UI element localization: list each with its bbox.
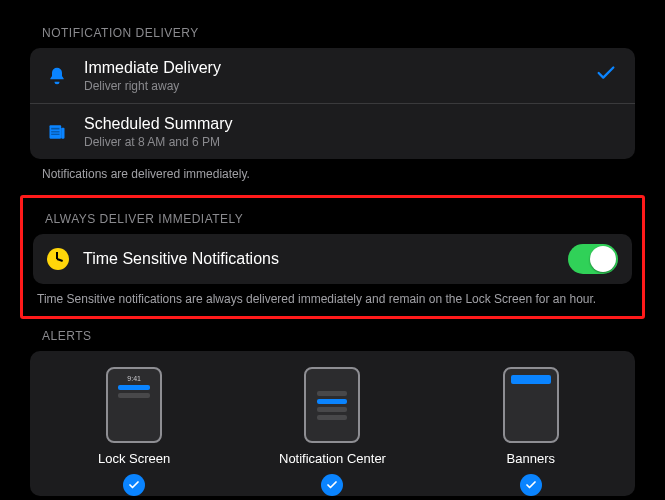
lock-screen-preview-icon: 9:41 — [106, 367, 162, 443]
time-sensitive-toggle[interactable] — [568, 244, 618, 274]
section-header-immediate: ALWAYS DELIVER IMMEDIATELY — [45, 212, 632, 226]
section-header-delivery: NOTIFICATION DELIVERY — [42, 26, 645, 40]
delivery-option-sub: Deliver right away — [84, 79, 581, 93]
alerts-card: 9:41 Lock Screen Notification Center — [30, 351, 635, 496]
highlight-box: ALWAYS DELIVER IMMEDIATELY Time Sensitiv… — [20, 195, 645, 319]
notification-center-preview-icon — [304, 367, 360, 443]
check-circle-icon — [520, 474, 542, 496]
alerts-grid: 9:41 Lock Screen Notification Center — [40, 367, 625, 496]
alert-option-banners[interactable]: Banners — [456, 367, 606, 496]
toggle-knob — [590, 246, 616, 272]
delivery-footnote: Notifications are delivered immediately. — [42, 167, 645, 181]
newspaper-icon — [44, 122, 70, 142]
check-circle-icon — [321, 474, 343, 496]
alert-option-lock-screen[interactable]: 9:41 Lock Screen — [59, 367, 209, 496]
delivery-card: Immediate Delivery Deliver right away Sc… — [30, 48, 635, 159]
svg-rect-3 — [51, 131, 59, 132]
svg-rect-2 — [51, 127, 59, 129]
delivery-option-texts: Immediate Delivery Deliver right away — [84, 58, 581, 93]
delivery-option-scheduled[interactable]: Scheduled Summary Deliver at 8 AM and 6 … — [30, 103, 635, 159]
immediate-footnote: Time Sensitive notifications are always … — [37, 292, 632, 306]
preview-time: 9:41 — [127, 375, 141, 382]
checkmark-icon — [595, 62, 617, 90]
bell-icon — [44, 66, 70, 86]
delivery-option-title: Immediate Delivery — [84, 58, 581, 78]
alert-option-label: Banners — [507, 451, 555, 466]
alert-option-notification-center[interactable]: Notification Center — [257, 367, 407, 496]
clock-icon — [47, 248, 69, 270]
svg-rect-1 — [61, 127, 64, 138]
delivery-option-sub: Deliver at 8 AM and 6 PM — [84, 135, 621, 149]
delivery-option-immediate[interactable]: Immediate Delivery Deliver right away — [30, 48, 635, 103]
svg-rect-4 — [51, 133, 59, 134]
banners-preview-icon — [503, 367, 559, 443]
delivery-option-title: Scheduled Summary — [84, 114, 621, 134]
time-sensitive-row[interactable]: Time Sensitive Notifications — [33, 234, 632, 284]
alert-option-label: Notification Center — [279, 451, 386, 466]
time-sensitive-label: Time Sensitive Notifications — [83, 250, 554, 268]
check-circle-icon — [123, 474, 145, 496]
delivery-option-texts: Scheduled Summary Deliver at 8 AM and 6 … — [84, 114, 621, 149]
alert-option-label: Lock Screen — [98, 451, 170, 466]
section-header-alerts: ALERTS — [42, 329, 645, 343]
